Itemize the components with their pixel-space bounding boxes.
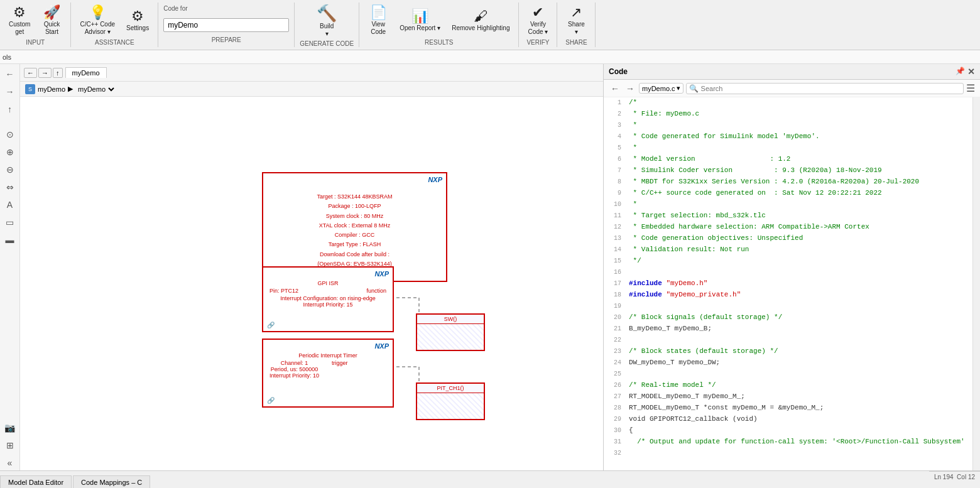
toolbar-group-prepare: Code for PREPARE [158, 3, 295, 47]
remove-highlighting-button[interactable]: 🖌 Remove Highlighting [448, 7, 513, 35]
custom-get-icon: ⚙ [13, 6, 26, 19]
pit-channel: Channel: 1 [270, 360, 319, 366]
code-scrollbar[interactable] [972, 97, 980, 470]
line-number: 9 [604, 188, 626, 199]
sidebar-icon-text[interactable]: A [3, 197, 18, 212]
code-line: 32 [604, 448, 972, 459]
status-bar: Ln 194 Col 12 [929, 471, 980, 482]
pin-icon[interactable]: 📌 [956, 67, 965, 77]
code-line: 2 * File: myDemo.c [604, 109, 972, 120]
code-line: 1/* [604, 97, 972, 109]
code-line: 29void GPIPORTC12_callback (void) [604, 414, 972, 425]
tab-code-mappings[interactable]: Code Mappings – C [73, 475, 150, 488]
input-group-label: INPUT [26, 39, 45, 47]
code-line: 11 * Target selection: mbd_s32k.tlc [604, 210, 972, 222]
isr-link-icon: 🔗 [267, 322, 275, 328]
code-panel: Code 📌 ✕ ← → myDemo.c ▾ 🔍 ☰ 1/*2 * File:… [603, 64, 980, 470]
sidebar-icon-collapse[interactable]: « [3, 455, 18, 470]
model-nav: ← → ↑ [24, 68, 63, 78]
sidebar-icon-camera[interactable]: 📷 [3, 420, 18, 435]
settings-button[interactable]: ⚙ Settings [122, 7, 153, 35]
line-number: 19 [604, 301, 626, 312]
line-content: B_myDemo_T myDemo_B; [626, 323, 972, 335]
sidebar-icon-up[interactable]: ↑ [3, 102, 18, 117]
sidebar-icon-zoom-fit[interactable]: ⊙ [3, 127, 18, 142]
code-panel-title: Code [609, 67, 628, 76]
isr-config: Interrupt Configuration: on rising-edge [263, 295, 393, 301]
line-content [626, 335, 972, 346]
share-icon: ↗ [570, 6, 582, 19]
code-menu-button[interactable]: ☰ [966, 82, 975, 94]
line-content: /* Output and update for function-call s… [626, 436, 972, 448]
code-line: 26/* Real-time model */ [604, 380, 972, 391]
share-button[interactable]: ↗ Share▾ [562, 3, 590, 38]
line-number: 14 [604, 244, 626, 256]
toolbar-group-verify: ✔ VerifyCode ▾ VERIFY [519, 3, 557, 47]
code-file-selector[interactable]: myDemo.c ▾ [639, 83, 683, 94]
custom-get-button[interactable]: ⚙ Customget [5, 3, 34, 38]
open-report-button[interactable]: 📊 Open Report ▾ [396, 7, 444, 35]
sidebar-icon-zoom-in[interactable]: ⊕ [3, 144, 18, 160]
sidebar-icon-forward[interactable]: → [3, 84, 18, 99]
tab-model-data-editor[interactable]: Model Data Editor [0, 475, 72, 488]
remove-highlighting-label: Remove Highlighting [452, 24, 509, 32]
code-line: 21B_myDemo_T myDemo_B; [604, 323, 972, 335]
sidebar-icon-back[interactable]: ← [3, 67, 18, 82]
code-nav-forward[interactable]: → [624, 83, 636, 94]
line-number: 4 [604, 131, 626, 143]
results-group-label: RESULTS [425, 39, 453, 47]
sidebar-icon-rect[interactable]: ▬ [3, 232, 18, 247]
line-number: 6 [604, 154, 626, 165]
pit-ch1-block: PIT_CH1() [416, 382, 485, 420]
model-nav-back[interactable]: ← [24, 68, 37, 78]
generate-group-label: GENERATE CODE [300, 40, 354, 48]
diagram-canvas: NXP Target : S32K144 48KBSRAM Package : … [20, 97, 603, 470]
view-code-icon: 📄 [370, 6, 387, 19]
line-number: 13 [604, 233, 626, 244]
quick-start-button[interactable]: 🚀 QuickStart [38, 3, 65, 38]
code-line: 17#include "myDemo.h" [604, 278, 972, 290]
line-content: * Target selection: mbd_s32k.tlc [626, 210, 972, 222]
code-line: 20/* Block signals (default storage) */ [604, 312, 972, 323]
code-search-box: 🔍 [686, 83, 964, 94]
breadcrumb: ols [0, 50, 980, 64]
code-nav-back[interactable]: ← [609, 83, 621, 94]
model-tab-myDemo[interactable]: myDemo [65, 67, 107, 78]
code-search-input[interactable] [701, 85, 961, 92]
sidebar-icon-grid[interactable]: ⊞ [3, 438, 18, 453]
sidebar-icon-arrows[interactable]: ⇔ [3, 180, 18, 195]
line-number: 11 [604, 210, 626, 222]
model-nav-up[interactable]: ↑ [53, 68, 63, 78]
close-icon[interactable]: ✕ [967, 67, 975, 77]
chevron-down-icon: ▾ [677, 84, 680, 92]
code-for-input[interactable] [163, 18, 289, 32]
line-content: RT_MODEL_myDemo_T myDemo_M_; [626, 391, 972, 403]
main-area: ← → ↑ ⊙ ⊕ ⊖ ⇔ A ▭ ▬ 📷 ⊞ « ← → ↑ myDemo [0, 64, 980, 470]
code-line: 19 [604, 301, 972, 312]
line-number: 12 [604, 222, 626, 233]
prepare-group-label: PREPARE [163, 36, 289, 45]
view-code-button[interactable]: 📄 ViewCode [364, 3, 392, 38]
toolbar-group-results: 📄 ViewCode 📊 Open Report ▾ 🖌 Remove High… [359, 3, 519, 47]
line-number: 18 [604, 290, 626, 301]
sidebar-icon-zoom-out[interactable]: ⊖ [3, 162, 18, 177]
line-content: * MBDT for S32K1xx Series Version : 4.2.… [626, 176, 972, 188]
verify-code-button[interactable]: ✔ VerifyCode ▾ [524, 3, 552, 38]
build-button[interactable]: 🔨 Build▾ [313, 3, 340, 40]
toolbar: ⚙ Customget 🚀 QuickStart INPUT 💡 C/C++ C… [0, 0, 980, 50]
model-nav-forward[interactable]: → [38, 68, 52, 78]
cpp-advisor-button[interactable]: 💡 C/C++ CodeAdvisor ▾ [76, 3, 119, 38]
line-content [626, 369, 972, 380]
line-content: * Validation result: Not run [626, 244, 972, 256]
line-number: 20 [604, 312, 626, 323]
code-content[interactable]: 1/*2 * File: myDemo.c3 *4 * Code generat… [604, 97, 972, 470]
config-line-7: Download Code after build : [263, 250, 446, 259]
status-ln: Ln 194 [934, 474, 954, 480]
settings-icon: ⚙ [131, 9, 144, 23]
pit-block: NXP Periodic Interrupt Timer Channel: 1 … [262, 339, 394, 408]
sidebar-icon-block[interactable]: ▭ [3, 215, 18, 230]
toolbar-group-generate: 🔨 Build▾ GENERATE CODE [295, 3, 359, 47]
toolbar-group-share: ↗ Share▾ SHARE [557, 3, 596, 47]
model-path-dropdown[interactable]: myDemo [75, 85, 116, 94]
search-icon: 🔍 [689, 84, 699, 93]
